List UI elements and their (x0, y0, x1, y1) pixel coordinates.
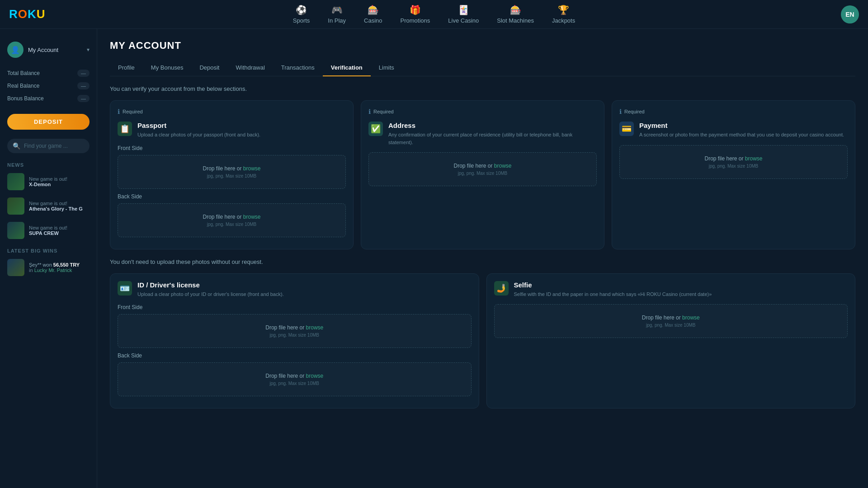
verify-card-1: 🤳 Selfie Selfie with the ID and the pape… (486, 273, 856, 409)
live-casino-label: Live Casino (448, 17, 479, 24)
required-label: Required (123, 109, 143, 114)
verify-note: You can verify your account from the bel… (110, 85, 855, 92)
tab-profile[interactable]: Profile (110, 60, 143, 76)
info-icon: ℹ (368, 108, 371, 115)
browse-link[interactable]: browse (306, 373, 324, 379)
tab-verification[interactable]: Verification (323, 60, 371, 76)
browse-link[interactable]: browse (243, 165, 261, 172)
nav-item-sports[interactable]: ⚽ Sports (293, 5, 310, 24)
optional-note: You don't need to upload these photos wi… (110, 258, 855, 265)
drop-zone-1[interactable]: Drop file here or browse jpg, png. Max s… (118, 362, 472, 396)
main-content: MY ACCOUNT ProfileMy BonusesDepositWithd… (97, 29, 868, 488)
card-title: ID / Driver's license (137, 281, 284, 289)
card-header: 💳 Payment A screenshot or photo from the… (619, 122, 848, 139)
card-desc: Upload a clear photo of your ID or drive… (137, 291, 284, 298)
sidebar-account[interactable]: 👤 My Account ▾ (0, 36, 97, 63)
user-avatar[interactable]: EN (841, 5, 859, 23)
nav-item-promotions[interactable]: 🎁 Promotions (401, 5, 430, 24)
big-wins-game-link[interactable]: Lucky Mr. Patrick (34, 267, 72, 273)
big-wins-game: in Lucky Mr. Patrick (29, 267, 80, 273)
balance-total-row: Total Balance — (7, 67, 90, 80)
drop-section-label-1: Back Side (118, 352, 472, 359)
news-list-item[interactable]: New game is out! X-Demon (0, 169, 97, 194)
tab-withdrawal[interactable]: Withdrawal (227, 60, 273, 76)
drop-zone-0[interactable]: Drop file here or browse jpg, png. Max s… (494, 304, 848, 338)
jackpots-label: Jackpots (552, 17, 575, 24)
drop-zone-text: Drop file here or browse (128, 165, 335, 172)
drop-zone-0[interactable]: Drop file here or browse jpg, png. Max s… (368, 152, 597, 186)
browse-link[interactable]: browse (306, 324, 324, 331)
search-bar[interactable]: 🔍 (7, 139, 90, 153)
news-section-title: NEWS (0, 157, 97, 169)
drop-zone-hint: jpg, png. Max size 10MB (379, 171, 586, 176)
news-list-item[interactable]: New game is out! SUPA CREW (0, 218, 97, 243)
news-text: New game is out! SUPA CREW (29, 225, 67, 236)
browse-link[interactable]: browse (494, 163, 512, 169)
chevron-down-icon: ▾ (87, 47, 90, 53)
sidebar-account-label: My Account (28, 47, 58, 53)
verify-card-0: 🪪 ID / Driver's license Upload a clear p… (110, 273, 479, 409)
drop-zone-text: Drop file here or browse (630, 155, 837, 162)
card-header-text: ID / Driver's license Upload a clear pho… (137, 281, 284, 298)
in-play-label: In Play (328, 17, 346, 24)
drop-zone-0[interactable]: Drop file here or browse jpg, png. Max s… (619, 145, 848, 179)
promotions-label: Promotions (401, 17, 430, 24)
drop-section-label-0: Front Side (118, 304, 472, 310)
sports-label: Sports (293, 17, 310, 24)
live-casino-icon: 🃏 (458, 5, 469, 15)
browse-link[interactable]: browse (745, 155, 763, 162)
drop-zone-0[interactable]: Drop file here or browse jpg, png. Max s… (118, 155, 346, 189)
drop-section-label-1: Back Side (118, 193, 346, 200)
drop-zone-hint: jpg, png. Max size 10MB (505, 323, 838, 328)
card-desc: Any confirmation of your current place o… (388, 131, 597, 146)
card-desc: Upload a clear photos of your passport (… (137, 131, 260, 139)
card-header: 🤳 Selfie Selfie with the ID and the pape… (494, 281, 848, 298)
search-icon: 🔍 (13, 142, 20, 150)
drop-zone-1[interactable]: Drop file here or browse jpg, png. Max s… (118, 203, 346, 237)
browse-link[interactable]: browse (682, 314, 700, 321)
drop-section-label-0: Front Side (118, 145, 346, 151)
tab-transactions[interactable]: Transactions (273, 60, 323, 76)
drop-zone-0[interactable]: Drop file here or browse jpg, png. Max s… (118, 314, 472, 348)
drop-zone-hint: jpg, png. Max size 10MB (128, 381, 461, 386)
card-title: Address (388, 122, 597, 129)
search-input[interactable] (24, 143, 84, 149)
drop-zone-text: Drop file here or browse (505, 314, 838, 321)
card-header: 🪪 ID / Driver's license Upload a clear p… (118, 281, 472, 298)
browse-link[interactable]: browse (243, 214, 261, 220)
tab-limits[interactable]: Limits (371, 60, 402, 76)
drop-zone-hint: jpg, png. Max size 10MB (128, 174, 335, 178)
news-list-item[interactable]: New game is out! Athena's Glory - The G (0, 194, 97, 218)
total-balance-value: — (77, 70, 90, 77)
casino-icon: 🎰 (368, 5, 379, 15)
news-list: New game is out! X-Demon New game is out… (0, 169, 97, 243)
bonus-balance-label: Bonus Balance (7, 95, 44, 102)
card-header: 📋 Passport Upload a clear photos of your… (118, 122, 346, 139)
card-header-icon: 🤳 (494, 281, 509, 296)
news-label: New game is out! (29, 201, 83, 206)
card-title: Selfie (514, 281, 712, 289)
verify-card-2: ℹ Required 💳 Payment A screenshot or pho… (612, 100, 855, 249)
info-icon: ℹ (118, 108, 120, 115)
total-balance-label: Total Balance (7, 70, 40, 76)
nav-item-jackpots[interactable]: 🏆 Jackpots (552, 5, 575, 24)
page-title: MY ACCOUNT (110, 40, 855, 52)
verify-card-0: ℹ Required 📋 Passport Upload a clear pho… (110, 100, 354, 249)
tab-my-bonuses[interactable]: My Bonuses (143, 60, 192, 76)
slot-machines-icon: 🎰 (510, 5, 521, 15)
logo[interactable]: ROKU (9, 7, 46, 21)
deposit-button[interactable]: DEPOSIT (7, 114, 90, 130)
nav-item-slot-machines[interactable]: 🎰 Slot Machines (497, 5, 534, 24)
nav-item-casino[interactable]: 🎰 Casino (364, 5, 382, 24)
tab-deposit[interactable]: Deposit (191, 60, 227, 76)
verify-card-1: ℹ Required ✅ Address Any confirmation of… (361, 100, 604, 249)
sports-icon: ⚽ (296, 5, 307, 15)
drop-zone-hint: jpg, png. Max size 10MB (128, 222, 335, 227)
news-game-title: SUPA CREW (29, 230, 67, 236)
nav-item-in-play[interactable]: 🎮 In Play (328, 5, 346, 24)
nav-item-live-casino[interactable]: 🃏 Live Casino (448, 5, 479, 24)
drop-zone-hint: jpg, png. Max size 10MB (630, 164, 837, 169)
news-text: New game is out! X-Demon (29, 176, 67, 187)
sidebar-balance-section: Total Balance — Real Balance — Bonus Bal… (0, 63, 97, 108)
casino-label: Casino (364, 17, 382, 24)
